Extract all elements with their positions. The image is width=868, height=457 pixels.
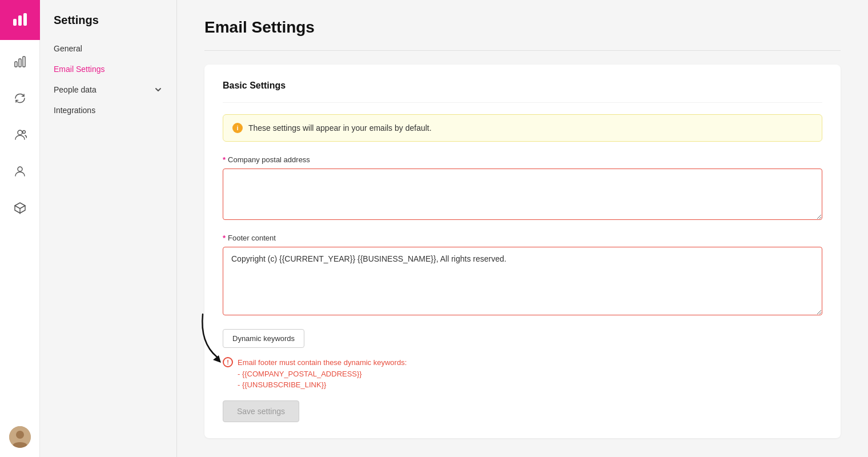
- footer-content-input[interactable]: [223, 247, 822, 315]
- sidebar: Settings General Email Settings People d…: [40, 0, 177, 457]
- main-content: Email Settings Basic Settings i These se…: [177, 0, 868, 457]
- audience-icon[interactable]: [10, 125, 30, 145]
- svg-marker-12: [213, 355, 221, 363]
- notice-box: i These settings will appear in your ema…: [223, 114, 822, 142]
- svg-rect-4: [19, 59, 21, 67]
- svg-point-7: [22, 131, 25, 134]
- sidebar-nav: General Email Settings People data Integ…: [40, 38, 176, 121]
- error-circle-icon: !: [223, 357, 233, 367]
- profile-icon[interactable]: [10, 161, 30, 182]
- avatar[interactable]: [9, 426, 31, 448]
- error-block: ! Email footer must contain these dynami…: [223, 357, 822, 389]
- sidebar-item-email-settings[interactable]: Email Settings: [40, 59, 176, 79]
- error-item-1: - {{UNSUBSCRIBE_LINK}}: [223, 380, 822, 389]
- sidebar-title: Settings: [40, 14, 176, 38]
- app-logo[interactable]: [0, 0, 40, 40]
- icon-nav: [10, 40, 30, 426]
- error-item-0: - {{COMPANY_POSTAL_ADDRESS}}: [223, 370, 822, 378]
- svg-rect-2: [23, 13, 27, 26]
- page-title: Email Settings: [204, 18, 841, 37]
- postal-address-input[interactable]: [223, 169, 822, 220]
- sync-icon[interactable]: [10, 88, 30, 109]
- postal-address-label: * Company postal address: [223, 155, 822, 164]
- svg-point-6: [18, 130, 22, 135]
- sidebar-item-general[interactable]: General: [40, 38, 176, 59]
- chart-icon[interactable]: [10, 51, 30, 72]
- svg-rect-0: [13, 19, 17, 26]
- notice-text: These settings will appear in your email…: [248, 123, 432, 133]
- svg-rect-1: [18, 15, 22, 26]
- footer-content-label: * Footer content: [223, 234, 822, 242]
- svg-point-8: [18, 167, 22, 171]
- settings-card: Basic Settings i These settings will app…: [204, 65, 841, 438]
- card-divider: [223, 102, 822, 103]
- error-title: Email footer must contain these dynamic …: [238, 358, 407, 367]
- svg-rect-3: [15, 62, 17, 67]
- box-icon[interactable]: [10, 198, 30, 218]
- error-header: ! Email footer must contain these dynami…: [223, 357, 822, 367]
- footer-content-required-marker: *: [223, 234, 226, 242]
- card-title: Basic Settings: [223, 81, 822, 91]
- svg-point-11: [16, 431, 24, 439]
- error-annotation-container: ! Email footer must contain these dynami…: [223, 357, 822, 389]
- icon-bar: [0, 0, 40, 457]
- chevron-down-icon: [154, 85, 163, 94]
- svg-rect-5: [23, 57, 25, 67]
- divider: [204, 50, 841, 51]
- postal-address-required-marker: *: [223, 155, 226, 164]
- dynamic-keywords-button[interactable]: Dynamic keywords: [223, 329, 304, 348]
- sidebar-item-people-data[interactable]: People data: [40, 79, 176, 100]
- postal-address-field-group: * Company postal address: [223, 155, 822, 222]
- info-icon: i: [232, 123, 243, 133]
- footer-content-field-group: * Footer content: [223, 234, 822, 318]
- sidebar-item-integrations[interactable]: Integrations: [40, 100, 176, 121]
- save-button[interactable]: Save settings: [223, 400, 299, 422]
